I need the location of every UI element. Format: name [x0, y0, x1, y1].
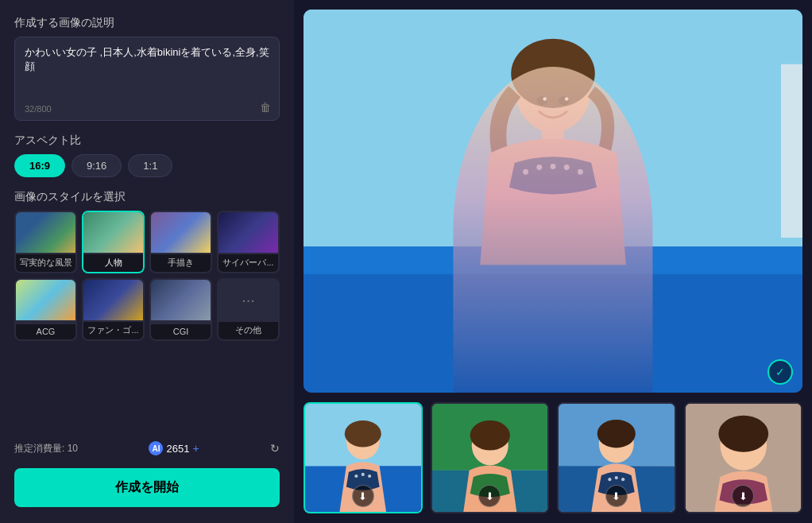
svg-point-7 — [523, 169, 528, 175]
credits-display: AI 2651 + — [149, 441, 199, 455]
svg-point-19 — [345, 420, 381, 447]
char-count: 32/800 — [25, 104, 52, 114]
svg-point-5 — [511, 39, 595, 108]
prompt-title: 作成する画像の説明 — [14, 16, 280, 30]
prompt-input[interactable]: かわいい女の子 ,日本人,水着bikiniを着ている,全身,笑顔 — [25, 45, 269, 109]
svg-point-21 — [362, 473, 365, 476]
textarea-wrapper: かわいい女の子 ,日本人,水着bikiniを着ている,全身,笑顔 32/800 … — [14, 37, 280, 121]
svg-point-11 — [578, 169, 583, 175]
svg-rect-2 — [304, 246, 802, 273]
style-landscape[interactable]: 写実的な風景 — [14, 211, 77, 273]
svg-point-20 — [354, 475, 358, 478]
style-acg[interactable]: ACG — [14, 278, 77, 341]
style-label-portrait: 人物 — [83, 254, 143, 272]
svg-point-9 — [551, 164, 556, 169]
svg-point-15 — [565, 97, 569, 101]
aspect-section: アスペクト比 16:9 9:16 1:1 — [14, 134, 280, 177]
refresh-button[interactable]: ↻ — [270, 442, 280, 455]
main-image-svg — [304, 10, 802, 393]
style-title: 画像のスタイルを選択 — [14, 190, 280, 204]
style-label-cyber: サイバーパ... — [218, 254, 278, 272]
right-panel: ✓ ⬇ — [294, 0, 812, 523]
style-label-cgi: CGI — [151, 324, 211, 339]
style-cyber[interactable]: サイバーパ... — [217, 211, 280, 273]
style-hand-drawn[interactable]: 手描き — [149, 211, 212, 273]
credits-value: 2651 — [166, 443, 189, 455]
style-section: 画像のスタイルを選択 写実的な風景 人物 手描き サイバーパ... — [14, 190, 280, 341]
style-label-hand-drawn: 手描き — [151, 254, 211, 272]
style-label-fan-gogh: ファン・ゴ... — [83, 322, 143, 339]
aspect-title: アスペクト比 — [14, 134, 280, 148]
main-image-placeholder — [304, 10, 802, 393]
prompt-section: 作成する画像の説明 かわいい女の子 ,日本人,水着bikiniを着ている,全身,… — [14, 16, 280, 121]
svg-point-14 — [543, 97, 547, 101]
generate-button[interactable]: 作成を開始 — [14, 468, 280, 507]
style-label-acg: ACG — [16, 324, 75, 339]
estimate-text: 推定消費量: 10 — [14, 442, 78, 455]
svg-point-22 — [368, 475, 371, 478]
thumb-download-2[interactable]: ⬇ — [478, 485, 501, 507]
main-image-area: ✓ — [304, 10, 802, 393]
thumbnail-2[interactable]: ⬇ — [431, 402, 550, 513]
aspect-16-9[interactable]: 16:9 — [14, 154, 65, 177]
svg-point-13 — [559, 96, 570, 105]
thumbnail-3[interactable]: ⬇ — [557, 402, 676, 513]
thumbnail-1[interactable]: ⬇ — [304, 402, 423, 513]
svg-point-30 — [597, 420, 636, 448]
trash-icon[interactable]: 🗑 — [260, 101, 271, 114]
add-credits-button[interactable]: + — [192, 442, 199, 455]
aspect-buttons: 16:9 9:16 1:1 — [14, 154, 280, 177]
svg-point-33 — [621, 478, 624, 481]
thumbnails-strip: ⬇ ⬇ — [304, 402, 802, 513]
thumbnail-4[interactable]: ⬇ — [684, 402, 803, 513]
svg-point-12 — [536, 96, 547, 105]
left-panel: 作成する画像の説明 かわいい女の子 ,日本人,水着bikiniを着ている,全身,… — [0, 0, 294, 523]
svg-point-26 — [470, 420, 509, 451]
style-label-other: その他 — [218, 322, 278, 339]
thumb-download-4[interactable]: ⬇ — [732, 485, 754, 507]
svg-rect-6 — [542, 128, 564, 153]
style-grid: 写実的な風景 人物 手描き サイバーパ... ACG — [14, 211, 280, 341]
thumb-download-3[interactable]: ⬇ — [605, 485, 628, 507]
svg-point-10 — [564, 165, 570, 170]
svg-point-31 — [608, 478, 611, 481]
aspect-9-16[interactable]: 9:16 — [72, 154, 122, 177]
svg-point-32 — [615, 476, 618, 479]
style-other[interactable]: ··· その他 — [217, 278, 280, 341]
style-label-landscape: 写実的な風景 — [16, 254, 75, 272]
style-portrait[interactable]: 人物 — [82, 211, 145, 273]
bottom-bar: 推定消費量: 10 AI 2651 + ↻ — [14, 435, 280, 455]
style-fan-gogh[interactable]: ファン・ゴ... — [82, 278, 145, 341]
thumb-download-1[interactable]: ⬇ — [352, 485, 374, 507]
svg-marker-3 — [781, 64, 802, 238]
ai-icon: AI — [149, 441, 163, 455]
aspect-1-1[interactable]: 1:1 — [128, 154, 172, 177]
svg-point-36 — [718, 416, 768, 452]
check-icon[interactable]: ✓ — [768, 359, 793, 385]
svg-point-8 — [536, 165, 542, 170]
style-cgi[interactable]: CGI — [149, 278, 212, 341]
